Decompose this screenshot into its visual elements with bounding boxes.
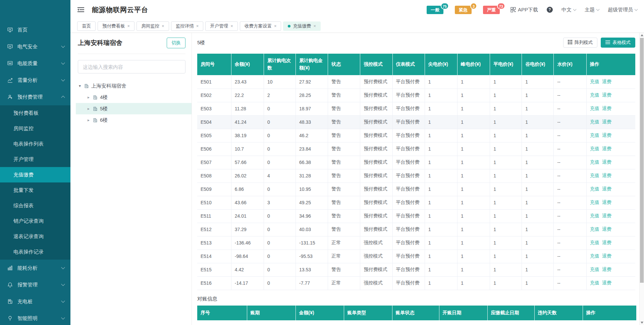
- table-mode-button[interactable]: 表格模式: [601, 38, 635, 48]
- grid-mode-button[interactable]: 阵列模式: [563, 38, 597, 48]
- recharge-link[interactable]: 充值: [590, 146, 599, 151]
- refund-link[interactable]: 退费: [602, 106, 611, 111]
- cell-peak_price: 1: [457, 236, 490, 250]
- cell-actions: 充值退费: [586, 129, 635, 142]
- sidebar-subitem-退表记录查询[interactable]: 退表记录查询: [0, 229, 70, 244]
- sidebar-item-报警管理[interactable]: 报警管理: [0, 276, 70, 293]
- alarm-badge-urgent[interactable]: 紧急3: [455, 6, 472, 14]
- recharge-link[interactable]: 充值: [590, 240, 599, 245]
- recharge-link[interactable]: 充值: [590, 213, 599, 218]
- scroll-down-arrow[interactable]: [640, 320, 644, 325]
- tab-收费方案设置[interactable]: 收费方案设置×: [240, 21, 281, 31]
- close-tab-icon[interactable]: ×: [313, 24, 316, 28]
- scroll-up-arrow[interactable]: [640, 33, 644, 38]
- refund-link[interactable]: 退费: [602, 280, 611, 285]
- help-icon[interactable]: ?: [547, 7, 553, 13]
- sidebar-item-智能照明[interactable]: 智能照明: [0, 310, 70, 325]
- refund-link[interactable]: 退费: [602, 226, 611, 232]
- recharge-link[interactable]: 充值: [590, 253, 599, 259]
- sidebar-subitem-批量下发[interactable]: 批量下发: [0, 182, 70, 198]
- refund-link[interactable]: 退费: [602, 213, 611, 218]
- tab-首页[interactable]: 首页: [77, 21, 96, 31]
- refund-link[interactable]: 退费: [602, 119, 611, 124]
- sidebar-item-需量分析[interactable]: 需量分析: [0, 72, 70, 89]
- tab-房间监控[interactable]: 房间监控×: [137, 21, 169, 31]
- sidebar-item-电气安全[interactable]: 电气安全: [0, 38, 70, 55]
- app-download-button[interactable]: APP下载: [511, 7, 538, 13]
- sidebar-subitem-电表操作列表[interactable]: 电表操作列表: [0, 136, 70, 152]
- refund-link[interactable]: 退费: [602, 146, 611, 151]
- recharge-link[interactable]: 充值: [590, 119, 599, 124]
- recharge-link[interactable]: 充值: [590, 173, 599, 178]
- tree-node-5楼[interactable]: ▸5楼: [76, 103, 192, 114]
- user-menu[interactable]: 超级管理员: [608, 7, 637, 13]
- close-tab-icon[interactable]: ×: [162, 24, 164, 28]
- tree-node-上海安科瑞宿舍[interactable]: ▾上海安科瑞宿舍: [76, 80, 192, 92]
- recharge-link[interactable]: 充值: [590, 267, 599, 272]
- close-tab-icon[interactable]: ×: [127, 24, 130, 28]
- collapse-menu-icon[interactable]: [77, 7, 85, 13]
- refund-link[interactable]: 退费: [602, 159, 611, 165]
- sidebar-item-预付费管理[interactable]: 预付费管理: [0, 89, 70, 105]
- user-label: 超级管理员: [608, 7, 633, 13]
- sidebar-subitem-预付费看板[interactable]: 预付费看板: [0, 105, 70, 121]
- cell-meter_mode: 平台预付费: [392, 223, 425, 236]
- close-tab-icon[interactable]: ×: [274, 24, 277, 28]
- caret-right-icon[interactable]: ▸: [87, 118, 91, 122]
- caret-down-icon[interactable]: ▾: [78, 84, 82, 88]
- column-状态: 状态: [328, 54, 360, 75]
- alarm-badge-critical[interactable]: 严重73: [483, 6, 500, 14]
- refund-link[interactable]: 退费: [602, 79, 611, 84]
- cell-water_price: --: [554, 169, 586, 182]
- scrollbar-thumb[interactable]: [640, 38, 644, 283]
- tree-search-input[interactable]: [78, 60, 185, 73]
- tree-node-4楼[interactable]: ▸4楼: [76, 92, 192, 103]
- recharge-link[interactable]: 充值: [590, 200, 599, 205]
- sidebar-item-电能质量[interactable]: 电能质量: [0, 55, 70, 72]
- close-tab-icon[interactable]: ×: [230, 24, 233, 28]
- alarm-badge-general[interactable]: 一般75: [427, 6, 443, 14]
- recharge-link[interactable]: 充值: [590, 186, 599, 192]
- refund-link[interactable]: 退费: [602, 267, 611, 272]
- sidebar-item-充电桩[interactable]: 充电桩: [0, 293, 70, 310]
- caret-right-icon[interactable]: ▸: [87, 106, 91, 111]
- refund-link[interactable]: 退费: [602, 173, 611, 178]
- refund-link[interactable]: 退费: [602, 92, 611, 98]
- sidebar-subitem-电表操作记录[interactable]: 电表操作记录: [0, 244, 70, 260]
- cell-control_mode: 预付费模式: [360, 196, 392, 209]
- tab-预付费看板[interactable]: 预付费看板×: [98, 21, 135, 31]
- recharge-link[interactable]: 充值: [590, 280, 599, 285]
- language-selector[interactable]: 中文: [561, 7, 576, 13]
- theme-selector[interactable]: 主题: [585, 7, 599, 13]
- sidebar-subitem-充值缴费[interactable]: 充值缴费: [0, 167, 70, 182]
- tree-node-6楼[interactable]: ▸6楼: [76, 114, 192, 126]
- recharge-link[interactable]: 充值: [590, 226, 599, 232]
- sidebar-subitem-房间监控[interactable]: 房间监控: [0, 121, 70, 136]
- recharge-link[interactable]: 充值: [590, 106, 599, 111]
- refund-link[interactable]: 退费: [602, 240, 611, 245]
- tab-充值缴费[interactable]: 充值缴费×: [283, 21, 321, 31]
- caret-right-icon[interactable]: ▸: [87, 95, 91, 100]
- tab-开户管理[interactable]: 开户管理×: [205, 21, 238, 31]
- table-row-E502: E50222.2228.25警告预付费模式平台预付费1111--充值退费: [197, 89, 635, 102]
- column-累计购电次数: 累计购电次数: [264, 54, 296, 75]
- refund-link[interactable]: 退费: [602, 186, 611, 192]
- refund-link[interactable]: 退费: [602, 132, 611, 138]
- rooms-panel-header: 5楼 阵列模式: [197, 38, 635, 48]
- recharge-link[interactable]: 充值: [590, 132, 599, 138]
- close-tab-icon[interactable]: ×: [196, 24, 199, 28]
- recharge-link[interactable]: 充值: [590, 79, 599, 84]
- refund-link[interactable]: 退费: [602, 253, 611, 259]
- cell-flat_price: 1: [490, 196, 522, 209]
- recharge-link[interactable]: 充值: [590, 92, 599, 98]
- refund-link[interactable]: 退费: [602, 200, 611, 205]
- switch-site-button[interactable]: 切换: [167, 38, 185, 48]
- sidebar-submenu: 预付费看板房间监控电表操作列表开户管理充值缴费批量下发综合报表销户记录查询退表记…: [0, 105, 70, 260]
- sidebar-subitem-综合报表[interactable]: 综合报表: [0, 198, 70, 213]
- sidebar-item-能耗分析[interactable]: 能耗分析: [0, 260, 70, 276]
- tab-监控详情[interactable]: 监控详情×: [171, 21, 204, 31]
- recharge-link[interactable]: 充值: [590, 159, 599, 165]
- sidebar-item-首页[interactable]: 首页: [0, 21, 70, 38]
- sidebar-subitem-销户记录查询[interactable]: 销户记录查询: [0, 213, 70, 229]
- sidebar-subitem-开户管理[interactable]: 开户管理: [0, 152, 70, 167]
